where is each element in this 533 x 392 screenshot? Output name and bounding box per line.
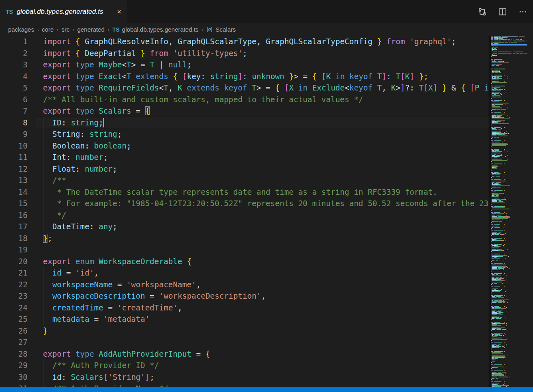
code-line[interactable]: * The DateTime scalar type represents da… xyxy=(0,186,489,198)
line-number: 1 xyxy=(0,36,28,47)
breadcrumb-separator: › xyxy=(56,26,58,33)
line-number-gutter: 1234567891011121314151617181920212223242… xyxy=(0,36,28,387)
code-line[interactable]: export type Scalars = { xyxy=(0,105,489,117)
line-number: 19 xyxy=(0,244,28,256)
line-number: 13 xyxy=(0,174,28,186)
line-number: 2 xyxy=(0,47,28,59)
code-line[interactable]: createdTime = 'createdTime', xyxy=(0,302,489,314)
line-number: 3 xyxy=(0,59,28,71)
line-number: 24 xyxy=(0,302,28,314)
breadcrumb-separator: › xyxy=(37,26,39,33)
minimap-shadow xyxy=(488,36,491,387)
line-number: 31 xyxy=(0,383,28,387)
tab-close-icon[interactable]: × xyxy=(115,7,123,16)
tab-title: global.db.types.generated.ts xyxy=(17,8,112,16)
code-line[interactable]: workspaceDescription = 'workspaceDescrip… xyxy=(0,290,489,302)
breadcrumb-item-symbol[interactable]: Scalars xyxy=(206,26,236,33)
line-number: 22 xyxy=(0,279,28,291)
line-number: 17 xyxy=(0,221,28,233)
code-line[interactable]: id: Scalars['String']; xyxy=(0,371,489,383)
code-line[interactable]: /** All built-in and custom scalars, map… xyxy=(0,94,489,106)
code-line[interactable]: export type Maybe<T> = T | null; xyxy=(0,59,489,71)
code-line[interactable]: DateTime: any; xyxy=(0,221,489,233)
code-line[interactable]: workspaceName = 'workspaceName', xyxy=(0,279,489,291)
breadcrumb-separator: › xyxy=(201,26,203,33)
minimap-current-line xyxy=(491,44,527,46)
minimap[interactable] xyxy=(491,36,527,387)
code-line[interactable]: /** Auth Provider ID */ xyxy=(0,360,489,371)
line-number: 6 xyxy=(0,94,28,106)
line-number: 27 xyxy=(0,336,28,348)
line-number: 14 xyxy=(0,186,28,198)
editor-tab[interactable]: TS global.db.types.generated.ts × xyxy=(0,0,127,23)
breadcrumb-separator: › xyxy=(107,26,110,33)
code-area[interactable]: import { GraphQLResolveInfo, GraphQLScal… xyxy=(0,36,489,387)
line-number: 15 xyxy=(0,198,28,209)
code-line[interactable]: * For example: "1985-04-12T23:20:50.52Z"… xyxy=(0,198,489,209)
breadcrumb-item-packages[interactable]: packages xyxy=(8,26,34,33)
code-line[interactable]: id = 'id', xyxy=(0,267,489,279)
line-number: 29 xyxy=(0,360,28,371)
line-number: 28 xyxy=(0,348,28,360)
line-number: 4 xyxy=(0,71,28,82)
code-line[interactable] xyxy=(0,336,489,348)
breadcrumb-symbol-label: Scalars xyxy=(215,26,236,33)
code-line[interactable]: metadata = 'metadata' xyxy=(0,313,489,325)
breadcrumb-item-core[interactable]: core xyxy=(42,26,54,33)
code-line[interactable]: export type Exact<T extends { [key: stri… xyxy=(0,71,489,82)
breadcrumb-item-file[interactable]: TS global.db.types.generated.ts xyxy=(112,26,198,33)
editor-actions xyxy=(478,0,527,23)
code-line[interactable]: Float: number; xyxy=(0,163,489,175)
breadcrumb: packages › core › src › generated › TS g… xyxy=(0,23,533,36)
code-line[interactable]: import { GraphQLResolveInfo, GraphQLScal… xyxy=(0,36,489,47)
code-line[interactable]: export type AddAuthProviderInput = { xyxy=(0,348,489,360)
typescript-file-icon: TS xyxy=(112,26,120,33)
breadcrumb-item-generated[interactable]: generated xyxy=(77,26,105,33)
code-line[interactable]: } xyxy=(0,325,489,337)
status-bar xyxy=(0,387,533,392)
line-number: 21 xyxy=(0,267,28,279)
line-number: 7 xyxy=(0,105,28,117)
code-line[interactable]: /** xyxy=(0,174,489,186)
line-number: 12 xyxy=(0,163,28,175)
code-line[interactable]: }; xyxy=(0,233,489,244)
line-number: 26 xyxy=(0,325,28,337)
code-line[interactable]: Int: number; xyxy=(0,151,489,163)
line-number: 9 xyxy=(0,128,28,140)
line-number: 11 xyxy=(0,151,28,163)
breadcrumb-file-label: global.db.types.generated.ts xyxy=(122,26,198,33)
code-editor[interactable]: 1234567891011121314151617181920212223242… xyxy=(0,36,533,387)
line-number: 25 xyxy=(0,313,28,325)
line-number: 20 xyxy=(0,256,28,267)
tab-bar: TS global.db.types.generated.ts × xyxy=(0,0,533,23)
more-actions-icon[interactable] xyxy=(518,7,527,16)
breadcrumb-separator: › xyxy=(72,26,74,33)
symbol-type-icon xyxy=(206,26,213,33)
code-line[interactable]: String: string; xyxy=(0,128,489,140)
line-number: 5 xyxy=(0,82,28,94)
line-number: 30 xyxy=(0,371,28,383)
minimap-row xyxy=(491,386,527,387)
breadcrumb-item-src[interactable]: src xyxy=(61,26,69,33)
line-number: 8 xyxy=(0,117,28,129)
split-editor-icon[interactable] xyxy=(498,7,507,16)
code-line[interactable]: import { DeepPartial } from 'utility-typ… xyxy=(0,47,489,59)
code-line[interactable]: */ xyxy=(0,209,489,221)
code-line[interactable]: Boolean: boolean; xyxy=(0,140,489,152)
code-line[interactable]: ID: string; xyxy=(0,117,489,129)
typescript-file-icon: TS xyxy=(6,9,13,15)
code-line[interactable]: /** Auth Provider Name */ xyxy=(0,383,489,387)
line-number: 16 xyxy=(0,209,28,221)
line-number: 10 xyxy=(0,140,28,152)
code-line[interactable]: export enum WorkspaceOrderable { xyxy=(0,256,489,267)
open-changes-icon[interactable] xyxy=(478,7,487,16)
line-number: 18 xyxy=(0,233,28,244)
code-line[interactable]: export type RequireFields<T, K extends k… xyxy=(0,82,489,94)
code-line[interactable] xyxy=(0,244,489,256)
line-number: 23 xyxy=(0,290,28,302)
text-cursor xyxy=(103,118,104,127)
